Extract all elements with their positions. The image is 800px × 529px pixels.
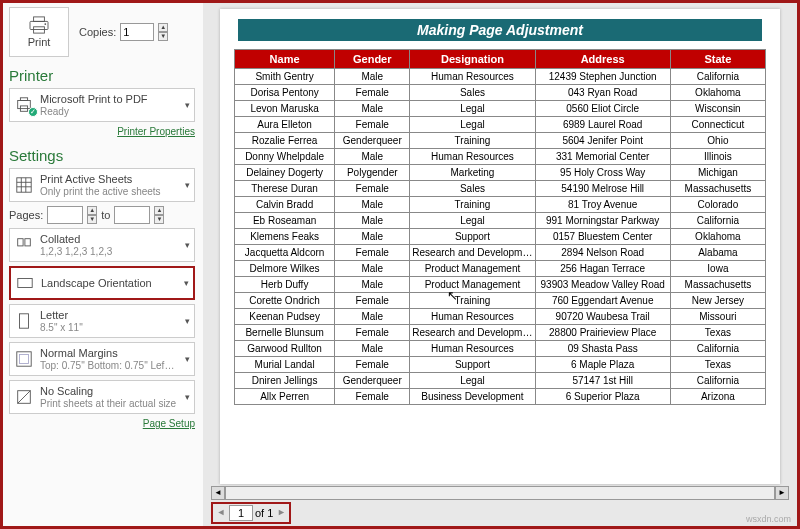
printer-icon: ✓ — [14, 95, 34, 115]
table-row: Delainey DogertyPolygenderMarketing95 Ho… — [235, 165, 766, 181]
table-cell: Genderqueer — [335, 373, 410, 389]
table-cell: Research and Development — [410, 245, 535, 261]
table-cell: 54190 Melrose Hill — [535, 181, 670, 197]
copies-up[interactable]: ▲ — [158, 23, 168, 32]
chevron-down-icon: ▾ — [185, 100, 190, 110]
table-cell: Rozalie Ferrea — [235, 133, 335, 149]
table-row: Allx PerrenFemaleBusiness Development6 S… — [235, 389, 766, 405]
table-cell: Research and Development — [410, 325, 535, 341]
page-current-input[interactable] — [229, 505, 253, 521]
printer-properties-link[interactable]: Printer Properties — [9, 126, 195, 137]
table-cell: 5604 Jenifer Point — [535, 133, 670, 149]
table-cell: Sales — [410, 181, 535, 197]
pages-from-up[interactable]: ▲ — [87, 206, 97, 215]
table-cell: 2894 Nelson Road — [535, 245, 670, 261]
table-cell: Female — [335, 181, 410, 197]
table-cell: Delainey Dogerty — [235, 165, 335, 181]
table-cell: 28800 Prairieview Place — [535, 325, 670, 341]
table-cell: Calvin Bradd — [235, 197, 335, 213]
table-cell: 256 Hagan Terrace — [535, 261, 670, 277]
scaling-select[interactable]: No Scaling Print sheets at their actual … — [9, 380, 195, 414]
pages-from-down[interactable]: ▼ — [87, 215, 97, 224]
table-cell: Human Resources — [410, 69, 535, 85]
printer-select[interactable]: ✓ Microsoft Print to PDF Ready ▾ — [9, 88, 195, 122]
table-cell: Legal — [410, 373, 535, 389]
table-cell: 95 Holy Cross Way — [535, 165, 670, 181]
table-cell: Massachusetts — [670, 181, 765, 197]
table-cell: Garwood Rullton — [235, 341, 335, 357]
pages-to-input[interactable] — [114, 206, 150, 224]
table-cell: Aura Elleton — [235, 117, 335, 133]
table-row: Corette OndrichFemaleTraining760 Eggenda… — [235, 293, 766, 309]
table-cell: Support — [410, 229, 535, 245]
table-cell: Klemens Feaks — [235, 229, 335, 245]
pages-to-down[interactable]: ▼ — [154, 215, 164, 224]
svg-point-3 — [44, 23, 46, 25]
table-cell: Connecticut — [670, 117, 765, 133]
document-title: Making Page Adjustment — [238, 19, 762, 41]
scroll-left[interactable]: ◄ — [211, 486, 225, 500]
chevron-down-icon: ▾ — [185, 354, 190, 364]
print-button[interactable]: Print — [9, 7, 69, 57]
table-cell: Male — [335, 101, 410, 117]
print-area-select[interactable]: Print Active Sheets Only print the activ… — [9, 168, 195, 202]
page-of-label: of 1 — [255, 507, 273, 519]
table-row: Bernelle BlunsumFemaleResearch and Devel… — [235, 325, 766, 341]
table-row: Delmore WilkesMaleProduct Management256 … — [235, 261, 766, 277]
table-row: Levon MaruskaMaleLegal0560 Eliot CircleW… — [235, 101, 766, 117]
table-cell: Oklahoma — [670, 229, 765, 245]
table-cell: Dorisa Pentony — [235, 85, 335, 101]
page-prev[interactable]: ◄ — [215, 505, 227, 521]
table-row: Keenan PudseyMaleHuman Resources90720 Wa… — [235, 309, 766, 325]
table-cell: Murial Landal — [235, 357, 335, 373]
table-cell: 6 Superior Plaza — [535, 389, 670, 405]
scroll-track[interactable] — [225, 486, 775, 500]
svg-rect-0 — [34, 17, 45, 22]
horizontal-scrollbar[interactable]: ◄ ► — [211, 486, 789, 500]
collated-select[interactable]: Collated 1,2,3 1,2,3 1,2,3 ▾ — [9, 228, 195, 262]
table-cell: Male — [335, 261, 410, 277]
scroll-right[interactable]: ► — [775, 486, 789, 500]
page-next[interactable]: ► — [275, 505, 287, 521]
table-cell: Business Development — [410, 389, 535, 405]
settings-heading: Settings — [9, 147, 195, 164]
table-cell: 57147 1st Hill — [535, 373, 670, 389]
margins-select[interactable]: Normal Margins Top: 0.75" Bottom: 0.75" … — [9, 342, 195, 376]
data-table: NameGenderDesignationAddressState Smith … — [234, 49, 766, 405]
table-cell: Alabama — [670, 245, 765, 261]
table-cell: Male — [335, 229, 410, 245]
copies-input[interactable] — [120, 23, 154, 41]
page-setup-link[interactable]: Page Setup — [9, 418, 195, 429]
chevron-down-icon: ▾ — [184, 278, 189, 288]
table-row: Jacquetta AldcornFemaleResearch and Deve… — [235, 245, 766, 261]
chevron-down-icon: ▾ — [185, 316, 190, 326]
table-cell: 90720 Waubesa Trail — [535, 309, 670, 325]
table-cell: Male — [335, 149, 410, 165]
column-header: Designation — [410, 50, 535, 69]
pages-to-up[interactable]: ▲ — [154, 206, 164, 215]
table-cell: Female — [335, 325, 410, 341]
table-cell: Human Resources — [410, 309, 535, 325]
table-cell: 6989 Laurel Road — [535, 117, 670, 133]
page-icon — [14, 311, 34, 331]
table-cell: Training — [410, 293, 535, 309]
table-cell: Texas — [670, 325, 765, 341]
svg-rect-12 — [18, 239, 23, 246]
svg-rect-14 — [18, 279, 32, 288]
chevron-down-icon: ▾ — [185, 240, 190, 250]
table-row: Dniren JellingsGenderqueerLegal57147 1st… — [235, 373, 766, 389]
table-cell: Michigan — [670, 165, 765, 181]
table-row: Garwood RulltonMaleHuman Resources09 Sha… — [235, 341, 766, 357]
table-cell: Legal — [410, 213, 535, 229]
table-cell: Training — [410, 133, 535, 149]
orientation-select[interactable]: Landscape Orientation ▾ — [9, 266, 195, 300]
margins-icon — [14, 349, 34, 369]
table-cell: Female — [335, 245, 410, 261]
copies-down[interactable]: ▼ — [158, 32, 168, 41]
table-cell: 991 Morningstar Parkway — [535, 213, 670, 229]
pages-from-input[interactable] — [47, 206, 83, 224]
printer-heading: Printer — [9, 67, 195, 84]
table-cell: Delmore Wilkes — [235, 261, 335, 277]
print-label: Print — [28, 36, 51, 48]
paper-size-select[interactable]: Letter 8.5" x 11" ▾ — [9, 304, 195, 338]
